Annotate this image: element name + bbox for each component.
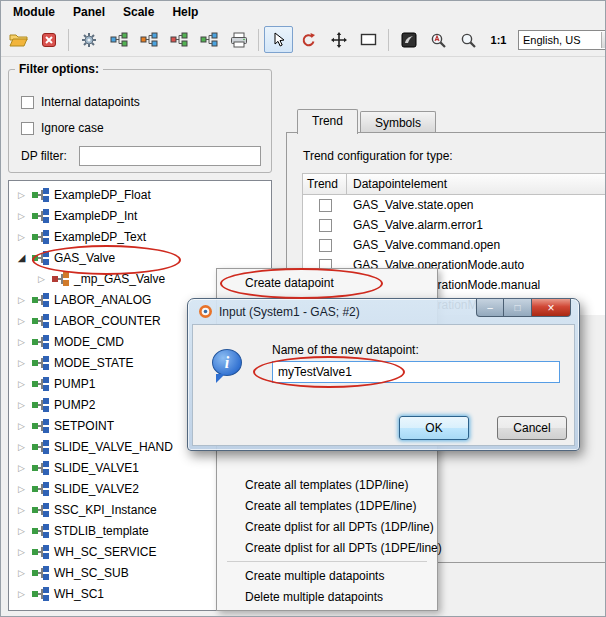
expander-icon[interactable]: ▷ xyxy=(16,421,27,431)
datapoint-element-cell: GAS_Valve.state.open xyxy=(347,198,606,212)
language-combo-value: English, US xyxy=(523,34,580,46)
dp-filter-input[interactable] xyxy=(79,146,261,166)
rotate-tool-button[interactable] xyxy=(294,26,323,53)
language-combo[interactable]: English, US ▾ xyxy=(518,30,606,50)
tab-symbols[interactable]: Symbols xyxy=(360,111,436,132)
expander-icon[interactable]: ▷ xyxy=(16,484,27,494)
table-row[interactable]: GAS_Valve.alarm.error1 xyxy=(303,215,606,235)
tab-trend[interactable]: Trend xyxy=(297,109,358,134)
new-datapoint-name-input[interactable] xyxy=(272,361,560,383)
menu-item-delete-multiple-datapoints[interactable]: Delete multiple datapoints xyxy=(219,586,435,607)
cursor-icon xyxy=(273,32,285,47)
menu-item-create-dplist-dpe[interactable]: Create dplist for all DPTs (1DPE/line) xyxy=(219,537,435,558)
trend-checkbox[interactable] xyxy=(319,199,332,212)
cancel-button[interactable]: Cancel xyxy=(497,416,567,440)
trend-table-header: Trend Datapointelement xyxy=(302,173,606,195)
datapoint-type-icon xyxy=(32,335,49,349)
internal-datapoints-checkbox[interactable] xyxy=(21,96,34,109)
trend-config-description: Trend configuration for type: xyxy=(303,149,453,163)
table-row[interactable]: GAS_Valve.state.open xyxy=(303,195,606,215)
column-header-datapointelement: Datapointelement xyxy=(347,174,606,194)
close-icon: × xyxy=(547,301,554,315)
tree-item[interactable]: ▷ ExampleDP_Text xyxy=(9,226,271,247)
menu-module[interactable]: Module xyxy=(4,2,64,22)
tree-item-label: SSC_KPI_Instance xyxy=(54,503,157,517)
expander-icon[interactable]: ▷ xyxy=(16,442,27,452)
minimize-button[interactable]: – xyxy=(476,299,504,317)
table-row[interactable]: GAS_Valve.command.open xyxy=(303,235,606,255)
expander-icon[interactable]: ▷ xyxy=(16,547,27,557)
filter-options-title: Filter options: xyxy=(15,62,103,76)
tree-item[interactable]: ▷ ExampleDP_Int xyxy=(9,205,271,226)
menu-item-create-multiple-datapoints[interactable]: Create multiple datapoints xyxy=(219,565,435,586)
expander-icon[interactable]: ▷ xyxy=(16,505,27,515)
dialog-titlebar[interactable]: Input (System1 - GAS; #2) xyxy=(198,304,360,319)
maximize-button[interactable]: □ xyxy=(504,299,531,317)
datapoint-type-icon xyxy=(32,398,49,412)
expander-icon[interactable]: ▷ xyxy=(16,568,27,578)
printer-icon xyxy=(230,32,248,48)
zoom-button[interactable] xyxy=(454,26,483,53)
expander-icon[interactable]: ▷ xyxy=(16,589,27,599)
zoom-ratio-button[interactable]: 1:1 xyxy=(484,26,513,53)
move-tool-button[interactable] xyxy=(324,26,353,53)
expander-icon[interactable]: ▷ xyxy=(16,400,27,410)
export-tree-button[interactable] xyxy=(164,26,193,53)
menu-help[interactable]: Help xyxy=(163,2,207,22)
datapoint-tree-button[interactable] xyxy=(104,26,133,53)
expander-icon[interactable]: ▷ xyxy=(16,190,27,200)
close-button[interactable]: × xyxy=(531,299,571,317)
trend-checkbox[interactable] xyxy=(319,239,332,252)
expander-icon[interactable]: ▷ xyxy=(16,463,27,473)
expander-icon[interactable]: ◢ xyxy=(16,252,27,263)
rotate-icon xyxy=(301,32,317,48)
select-tool-button[interactable] xyxy=(264,26,293,53)
expander-icon[interactable]: ▷ xyxy=(36,274,47,284)
tree-item-gas-valve[interactable]: ◢ GAS_Valve xyxy=(9,247,271,268)
expander-icon[interactable]: ▷ xyxy=(16,337,27,347)
chevron-down-icon[interactable]: ▾ xyxy=(601,32,606,48)
toolbar-separator xyxy=(388,29,389,51)
datapoint-type-icon xyxy=(32,230,49,244)
trend-checkbox[interactable] xyxy=(319,219,332,232)
expander-icon[interactable]: ▷ xyxy=(16,379,27,389)
expander-icon[interactable]: ▷ xyxy=(16,211,27,221)
expander-icon[interactable]: ▷ xyxy=(16,358,27,368)
module-button[interactable] xyxy=(394,26,423,53)
expander-icon[interactable]: ▷ xyxy=(16,295,27,305)
datapoint-element-cell: GAS_Valve.command.open xyxy=(347,238,606,252)
right-panel-tabs: Trend Symbols xyxy=(297,109,436,134)
rectangle-tool-button[interactable] xyxy=(354,26,383,53)
menu-item-create-all-templates-dp[interactable]: Create all templates (1DP/line) xyxy=(219,474,435,495)
panel-library-button[interactable] xyxy=(134,26,163,53)
datapoint-type-icon xyxy=(32,545,49,559)
menu-panel[interactable]: Panel xyxy=(64,2,114,22)
tree-item-label: WH_SC_SUB xyxy=(54,566,129,580)
menu-item-create-all-templates-dpe[interactable]: Create all templates (1DPE/line) xyxy=(219,495,435,516)
hierarchy-green-icon xyxy=(200,32,218,47)
expander-icon[interactable]: ▷ xyxy=(16,526,27,536)
tree-item[interactable]: ▷ ExampleDP_Float xyxy=(9,184,271,205)
settings-button[interactable] xyxy=(74,26,103,53)
tree-item-label: WH_SC1 xyxy=(54,587,104,601)
expander-icon[interactable]: ▷ xyxy=(16,232,27,242)
menu-item-create-dplist-dp[interactable]: Create dplist for all DPTs (1DP/line) xyxy=(219,516,435,537)
rectangle-icon xyxy=(360,33,377,46)
info-icon: i xyxy=(212,349,242,379)
menu-scale[interactable]: Scale xyxy=(114,2,163,22)
tree-item-label: _mp_GAS_Valve xyxy=(74,272,165,286)
import-tree-button[interactable] xyxy=(194,26,223,53)
close-module-button[interactable] xyxy=(34,26,63,53)
ok-button[interactable]: OK xyxy=(399,416,469,440)
tree-item-label: ExampleDP_Int xyxy=(54,209,137,223)
ignore-case-checkbox[interactable] xyxy=(21,122,34,135)
tree-item-label: ExampleDP_Float xyxy=(54,188,151,202)
expander-icon[interactable]: ▷ xyxy=(16,316,27,326)
window-buttons: – □ × xyxy=(476,299,571,317)
print-button[interactable] xyxy=(224,26,253,53)
dp-filter-label: DP filter: xyxy=(21,149,79,163)
dialog-gear-icon xyxy=(198,304,213,319)
open-button[interactable] xyxy=(4,26,33,53)
menu-item-create-datapoint[interactable]: Create datapoint xyxy=(219,272,435,293)
zoom-text-button[interactable] xyxy=(424,26,453,53)
